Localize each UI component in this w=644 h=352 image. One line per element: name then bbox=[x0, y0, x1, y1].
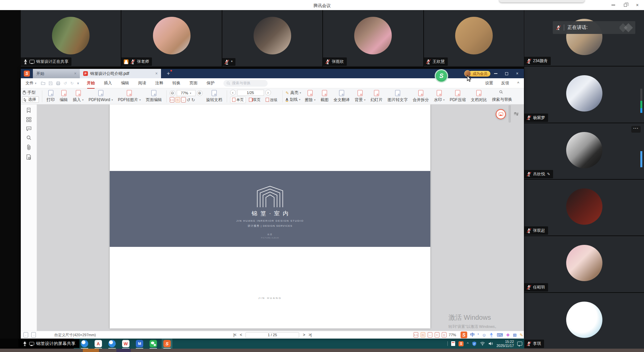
merge-split-button[interactable]: 合并拆分 bbox=[412, 90, 430, 103]
menu-item-read[interactable]: 阅读 bbox=[138, 80, 146, 86]
search-replace-button[interactable]: 搜索与替换 bbox=[491, 90, 514, 102]
chevron-down-icon[interactable]: ▾ bbox=[77, 81, 79, 86]
window-maximize-button[interactable] bbox=[501, 69, 512, 78]
page-edit-button[interactable]: 页面编辑 bbox=[145, 90, 163, 103]
underline-button[interactable]: A划线▾ bbox=[286, 97, 301, 102]
video-tile[interactable]: 张雨欣 bbox=[323, 10, 423, 67]
video-tile[interactable]: 杨紫梦 bbox=[524, 67, 644, 122]
compare-button[interactable]: 文档对比 bbox=[470, 90, 488, 103]
file-menu[interactable]: 文件 ▾ bbox=[25, 80, 37, 86]
scrollbar-thumb[interactable] bbox=[508, 105, 511, 123]
tray-doc-icon[interactable] bbox=[451, 341, 455, 346]
security-shield-icon[interactable] bbox=[472, 341, 477, 346]
open-folder-icon[interactable] bbox=[41, 81, 45, 85]
become-member-button[interactable]: 成为会员 bbox=[469, 71, 490, 77]
continuous-button[interactable]: 连续 bbox=[264, 97, 279, 103]
next-doc-icon[interactable]: → bbox=[31, 332, 36, 338]
slideshow-button[interactable]: 幻灯片 bbox=[369, 90, 384, 103]
page-indicator-input[interactable]: 1 / 25 bbox=[246, 332, 299, 338]
page-number-input[interactable]: 1/25 bbox=[237, 90, 264, 96]
double-page-button[interactable]: 双页 bbox=[247, 97, 263, 103]
screen-share-chip[interactable]: 锦篁设计的屏幕共享 bbox=[18, 339, 79, 348]
taskbar-app-wechat[interactable] bbox=[148, 339, 159, 349]
search-input[interactable]: 搜索与替换 bbox=[223, 80, 268, 87]
sogou-logo-icon[interactable]: S bbox=[461, 332, 467, 338]
app-logo-icon[interactable]: S bbox=[24, 71, 30, 77]
thumbnails-icon[interactable] bbox=[26, 117, 32, 122]
settings-button[interactable]: 设置 bbox=[485, 80, 493, 86]
recent-doc-icon[interactable] bbox=[26, 154, 31, 160]
taskbar-app-pdf-active[interactable]: S bbox=[162, 339, 172, 349]
actual-size-button[interactable]: 1:1 bbox=[170, 97, 174, 102]
redo-icon[interactable]: ↻ bbox=[70, 81, 74, 86]
translate-button[interactable]: 全文翻译 bbox=[332, 90, 351, 103]
scrollbar[interactable] bbox=[640, 89, 642, 101]
highlight-button[interactable]: ✎高亮▾ bbox=[286, 90, 301, 96]
close-button[interactable]: × bbox=[631, 0, 643, 10]
save-icon[interactable] bbox=[49, 81, 53, 85]
pdf-to-word-button[interactable]: PDF转Word▾ bbox=[87, 90, 114, 103]
video-tile[interactable]: 王欣慧 bbox=[424, 10, 524, 67]
hand-tool-button[interactable]: 手型 bbox=[22, 90, 39, 95]
hidden-icons-chevron[interactable]: ^ bbox=[467, 342, 469, 345]
minimize-button[interactable] bbox=[607, 0, 619, 10]
more-icon[interactable]: ··· bbox=[631, 126, 641, 133]
collapsed-toolbar-pill[interactable] bbox=[499, 0, 585, 2]
video-tile[interactable]: 234颜青 bbox=[524, 10, 644, 66]
handwrite-icon[interactable]: ✎ bbox=[520, 333, 523, 338]
select-tool-button[interactable]: 选择 bbox=[22, 96, 39, 103]
scrollbar-thumb[interactable] bbox=[640, 151, 642, 167]
menu-item-home[interactable]: 开始 bbox=[87, 80, 95, 86]
search-icon[interactable] bbox=[26, 135, 32, 140]
restore-button[interactable] bbox=[619, 0, 631, 10]
tray-sogou-icon[interactable]: S bbox=[459, 341, 464, 346]
ime-mode-icon[interactable]: 中 bbox=[470, 332, 475, 338]
voice-input-icon[interactable] bbox=[489, 333, 494, 338]
first-page-button[interactable]: |< bbox=[233, 333, 236, 337]
speaker-icon[interactable] bbox=[488, 342, 493, 346]
insert-button[interactable]: 插入▾ bbox=[71, 90, 85, 103]
taskbar-clock[interactable]: 15:22 2025/11/17 bbox=[496, 340, 514, 348]
menu-item-insert[interactable]: 插入 bbox=[104, 80, 112, 86]
fit-width-button[interactable]: ↔ bbox=[181, 97, 186, 102]
taskbar-app-browser2[interactable] bbox=[107, 339, 117, 349]
overlay-app-logo-icon[interactable]: S bbox=[435, 69, 448, 83]
zoom-level-select[interactable]: 77%▾ bbox=[177, 90, 196, 96]
new-tab-button[interactable]: + bbox=[166, 71, 171, 77]
edit-button[interactable]: 编辑 bbox=[58, 90, 69, 103]
edit-pencil-icon[interactable]: ✎ bbox=[547, 172, 550, 176]
undo-icon[interactable]: ↺ bbox=[64, 81, 67, 86]
prev-doc-icon[interactable]: ← bbox=[23, 332, 28, 338]
rotate-left-button[interactable]: ↺ bbox=[187, 97, 191, 102]
close-tab-icon[interactable]: × bbox=[74, 71, 76, 76]
print-icon[interactable] bbox=[56, 81, 60, 85]
video-tile[interactable]: 锦篁设计正在共享 bbox=[21, 10, 121, 67]
screenshot-button[interactable]: 截图 bbox=[319, 90, 330, 103]
taskbar-app-browser[interactable] bbox=[79, 339, 90, 349]
next-page-button[interactable]: > bbox=[303, 333, 305, 337]
menu-item-annotate[interactable]: 注释 bbox=[155, 80, 163, 86]
skin-icon[interactable]: ❖ bbox=[506, 333, 510, 338]
prev-page-button[interactable]: ‹ bbox=[230, 90, 236, 95]
keyboard-icon[interactable]: ⌨ bbox=[497, 333, 503, 338]
feedback-button[interactable]: 反馈 bbox=[501, 80, 509, 86]
tab-document[interactable]: P 锦篁设计公司介绍.pdf × bbox=[80, 69, 161, 78]
taskbar-app-wps[interactable]: W bbox=[120, 339, 131, 349]
print-button[interactable]: 打印 bbox=[45, 90, 56, 103]
video-tile[interactable]: 张双起 bbox=[524, 180, 644, 235]
ime-punct-icon[interactable]: ’ bbox=[478, 333, 479, 338]
actual-size-button[interactable]: 1:1 bbox=[414, 332, 418, 338]
prev-page-button[interactable]: < bbox=[240, 333, 242, 337]
toolbox-icon[interactable]: ⊞ bbox=[513, 333, 517, 338]
erase-button[interactable]: 擦除▾ bbox=[304, 90, 317, 103]
menu-item-protect[interactable]: 保护 bbox=[207, 80, 215, 86]
watermark-button[interactable]: 水印▾ bbox=[433, 90, 446, 103]
notification-center-icon[interactable] bbox=[517, 342, 522, 346]
tab-home[interactable]: 开始 × bbox=[33, 69, 80, 78]
taskbar-app-cad[interactable]: A bbox=[93, 339, 104, 349]
fit-width-button[interactable]: ↔ bbox=[428, 332, 432, 338]
bookmark-icon[interactable] bbox=[26, 107, 31, 113]
view-options-icon[interactable] bbox=[514, 112, 519, 116]
emoji-icon[interactable]: ☺ bbox=[482, 333, 486, 338]
zoom-out-button[interactable]: ⊖ bbox=[170, 90, 175, 96]
